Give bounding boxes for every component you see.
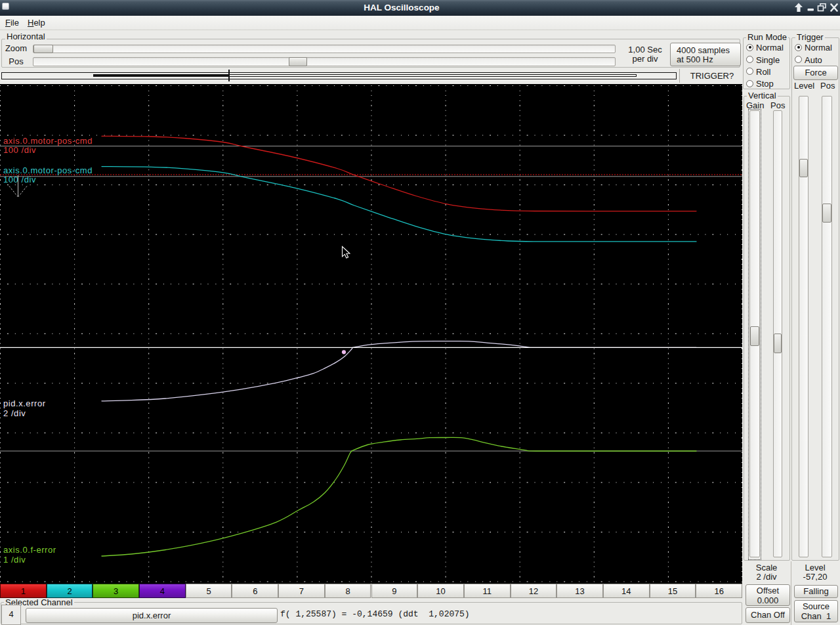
svg-text:axis.0.motor-pos-cmd: axis.0.motor-pos-cmd xyxy=(3,165,93,175)
svg-text:axis.0.motor-pos-cmd: axis.0.motor-pos-cmd xyxy=(3,136,93,146)
svg-text:1 /div: 1 /div xyxy=(3,555,26,565)
svg-text:axis.0.f-error: axis.0.f-error xyxy=(3,545,56,555)
svg-text:pid.x.error: pid.x.error xyxy=(3,399,46,408)
svg-text:100 /div: 100 /div xyxy=(3,175,36,184)
svg-text:2 /div: 2 /div xyxy=(3,408,26,418)
svg-text:100 /div: 100 /div xyxy=(3,145,36,155)
